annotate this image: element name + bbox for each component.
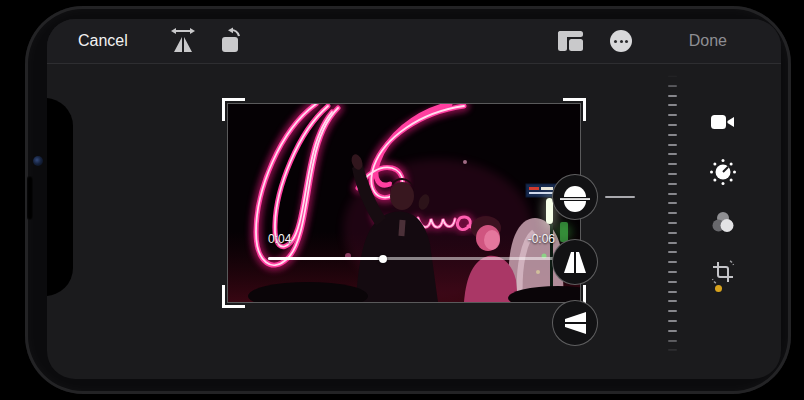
more-options-button[interactable] (603, 24, 639, 58)
earpiece-speaker (27, 176, 33, 220)
flip-horizontal-button[interactable] (165, 24, 201, 58)
elapsed-time: 0:04 (268, 232, 291, 246)
cancel-button[interactable]: Cancel (78, 31, 128, 51)
done-button[interactable]: Done (689, 31, 727, 51)
scrubber-thumb[interactable] (379, 255, 387, 263)
video-frame-image (228, 104, 580, 302)
tab-filters[interactable] (706, 205, 740, 239)
straighten-button[interactable] (552, 174, 598, 220)
crop-handle-top-left[interactable] (222, 98, 245, 121)
horizontal-perspective-button[interactable] (552, 300, 598, 346)
aspect-ratio-button[interactable] (552, 24, 588, 58)
filters-icon (710, 210, 736, 234)
crop-edited-badge (715, 285, 722, 292)
tab-crop[interactable] (706, 255, 740, 289)
crop-handle-bottom-left[interactable] (222, 285, 245, 308)
edit-toolbar: Cancel (47, 19, 781, 64)
rotate-button[interactable] (214, 24, 250, 58)
adjust-dial-icon (709, 158, 737, 186)
iphone-frame: Cancel (25, 6, 791, 394)
vertical-perspective-button[interactable] (552, 239, 598, 285)
vertical-perspective-icon (561, 248, 589, 276)
rotate-counterclockwise-icon (218, 27, 246, 55)
aspect-ratio-icon (557, 30, 584, 52)
straighten-dial-ticks[interactable] (667, 75, 678, 353)
crop-handle-top-right[interactable] (563, 98, 586, 121)
straighten-icon (560, 182, 590, 212)
crop-rotate-icon (709, 258, 737, 286)
flip-horizontal-icon (168, 26, 198, 56)
front-camera (33, 156, 43, 166)
scrubber-track[interactable] (268, 257, 555, 260)
tab-video[interactable] (706, 105, 740, 139)
notch (47, 98, 73, 296)
horizontal-perspective-icon (561, 309, 589, 337)
remaining-time: -0:06 (528, 232, 555, 246)
scrubber-fill (268, 257, 383, 260)
ellipsis-icon (610, 30, 632, 52)
video-crop-preview[interactable]: 0:04 -0:06 (228, 104, 580, 302)
video-camera-icon (711, 113, 735, 131)
tab-adjust[interactable] (706, 155, 740, 189)
screen: Cancel (47, 19, 781, 379)
dial-indicator-line (605, 196, 635, 198)
